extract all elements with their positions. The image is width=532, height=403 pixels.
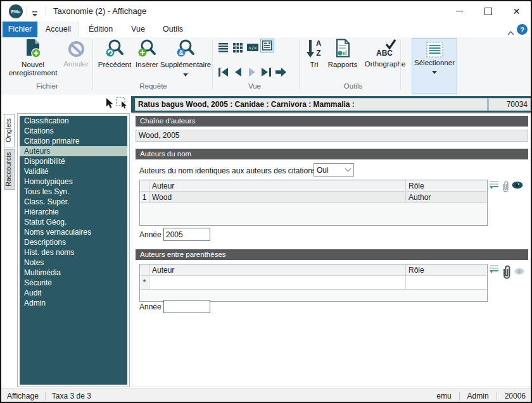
group-label-fichier: Fichier [20, 82, 74, 90]
eye-icon[interactable] [512, 180, 523, 192]
sidebar-item-citation-primaire[interactable]: Citation primaire [20, 136, 127, 146]
sidebar-item-hist-des-noms[interactable]: Hist. des noms [20, 247, 127, 257]
fill-down-icon[interactable] [489, 264, 499, 276]
details-view-icon[interactable] [260, 39, 274, 53]
minimize-button[interactable] [445, 1, 474, 21]
sidebar-item-homotypiques[interactable]: Homotypiques [20, 177, 127, 187]
sidebar-tab-raccourcis[interactable]: Raccourcis [4, 149, 15, 190]
ribbon: Nouvel enregistrement Annuler Fichier [1, 37, 531, 96]
sidebar-item-class-super[interactable]: Class. Supér. [20, 197, 127, 207]
sidebar-item-descriptions[interactable]: Descriptions [20, 237, 127, 247]
collapse-ribbon-icon[interactable] [507, 27, 514, 38]
close-button[interactable]: × [502, 1, 531, 21]
next-record-icon[interactable] [245, 65, 259, 79]
identical-authors-question: Auteurs du nom identiques aux auteurs de… [139, 166, 320, 175]
column-header-role[interactable]: Rôle [406, 264, 487, 276]
window-title: Taxonomie (2) - Affichage [53, 1, 146, 22]
sidebar-item-auteurs[interactable]: Auteurs [20, 146, 127, 156]
status-divider [497, 392, 497, 400]
chevron-down-icon [345, 168, 352, 172]
first-record-icon[interactable] [217, 65, 231, 79]
code-view-icon[interactable]: </> [246, 40, 260, 54]
previous-query-button[interactable]: Précédent [95, 39, 134, 69]
identical-authors-combobox[interactable]: Oui [314, 163, 354, 177]
fill-down-icon[interactable] [489, 180, 499, 192]
group-label-requete: Requête [125, 82, 182, 90]
titlebar: EMu Taxonomie (2) - Affichage × [1, 1, 531, 22]
sidebar-item-multimedia[interactable]: Multimédia [20, 268, 127, 278]
sort-button[interactable]: A Z Tri [303, 39, 326, 69]
eye-icon[interactable] [514, 266, 524, 278]
sidebar-item-statut-geog[interactable]: Statut Géog. [20, 217, 127, 227]
cell-role[interactable] [406, 276, 487, 290]
pointer-cursor-icon[interactable] [105, 97, 113, 111]
emu-logo-icon[interactable]: EMu [9, 4, 23, 18]
goto-record-icon[interactable] [274, 65, 288, 79]
sidebar-item-citations[interactable]: Citations [20, 126, 127, 136]
attachment-icon[interactable] [500, 180, 510, 195]
sidebar-panel: Classification Citations Citation primai… [17, 113, 130, 387]
tab-outils[interactable]: Outils [154, 22, 192, 37]
cell-auteur[interactable] [149, 276, 406, 290]
sort-az-icon: A Z [306, 39, 323, 59]
maximize-button[interactable] [474, 1, 502, 21]
list-view-icon[interactable] [217, 40, 231, 54]
combobox-value: Oui [314, 166, 345, 175]
help-button[interactable]: ? [517, 24, 528, 35]
tab-vue[interactable]: Vue [122, 22, 154, 37]
sidebar-item-classification[interactable]: Classification [20, 116, 127, 126]
column-header-auteur[interactable]: Auteur [149, 180, 406, 192]
insert-button[interactable]: Insérer [133, 39, 161, 69]
status-database: emu [436, 392, 451, 400]
tab-fichier[interactable]: Fichier [3, 22, 37, 37]
new-record-button[interactable]: Nouvel enregistrement [5, 39, 61, 77]
sidebar-item-notes[interactable]: Notes [20, 257, 127, 268]
last-record-icon[interactable] [259, 65, 273, 79]
attachment-icon[interactable] [500, 264, 513, 282]
status-divider [45, 392, 46, 400]
section-paren-authors: Auteurs entre parenthèses [136, 249, 528, 260]
sort-label: Tri [310, 61, 319, 69]
sidebar-list: Classification Citations Citation primai… [20, 116, 127, 385]
column-header-auteur[interactable]: Auteur [149, 264, 406, 276]
sidebar-item-audit[interactable]: Audit [20, 288, 127, 298]
section-name-authors: Auteurs du nom [136, 149, 528, 159]
ribbon-separator [212, 39, 213, 90]
sidebar-item-validite[interactable]: Validité [20, 166, 127, 177]
group-label-outils: Outils [329, 82, 377, 90]
sidebar-item-securite[interactable]: Sécurité [20, 278, 127, 288]
cell-auteur[interactable]: Wood [149, 192, 406, 203]
quick-access-dropdown-icon[interactable] [32, 8, 38, 20]
table-new-row: * [140, 276, 487, 290]
select-dropdown-icon [432, 68, 437, 75]
sidebar-item-tous-les-syn[interactable]: Tous les Syn. [20, 187, 127, 197]
sidebar-item-hierarchie[interactable]: Hiérarchie [20, 207, 127, 217]
sidebar-tab-onglets[interactable]: Onglets [4, 114, 15, 147]
grid-view-icon[interactable] [231, 40, 245, 54]
year-input[interactable] [163, 228, 210, 241]
sidebar-item-noms-vernaculaires[interactable]: Noms vernaculaires [20, 227, 127, 237]
status-bar: Affichage Taxa 3 de 3 emu Admin 20006 [1, 388, 531, 403]
select-button[interactable]: Sélectionner [412, 38, 457, 94]
spelling-button[interactable]: ABC Orthographe [360, 39, 410, 68]
cancel-label: Annuler [63, 60, 89, 68]
sidebar-item-admin[interactable]: Admin [20, 298, 127, 308]
status-divider [459, 392, 460, 400]
sidebar-item-disponibilite[interactable]: Disponibilité [20, 156, 127, 166]
cell-role[interactable]: Author [406, 192, 487, 203]
select-label: Sélectionner [414, 59, 455, 66]
previous-record-icon[interactable] [231, 65, 245, 79]
author-string-field[interactable]: Wood, 2005 [136, 130, 528, 142]
ribbon-separator [400, 39, 401, 90]
column-header-role[interactable]: Rôle [406, 180, 487, 192]
status-record-count: Taxa 3 de 3 [52, 392, 91, 400]
year-input[interactable] [163, 300, 210, 313]
additional-query-button[interactable]: & Supplémentaire [161, 39, 210, 78]
cancel-button[interactable]: Annuler [61, 39, 91, 68]
tab-edition[interactable]: Édition [79, 22, 122, 37]
tab-accueil[interactable]: Accueil [37, 22, 79, 37]
reports-button[interactable]: Rapports [326, 39, 360, 69]
reports-label: Rapports [328, 61, 358, 69]
marquee-select-icon[interactable] [116, 97, 129, 112]
table-empty-area [140, 203, 487, 225]
